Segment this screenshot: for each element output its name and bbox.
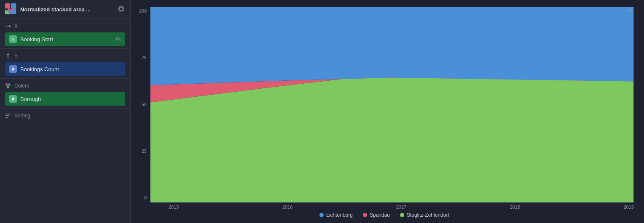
chart-legend: Lichtenberg Spandau Steglitz-Zehlendorf xyxy=(135,210,634,219)
spandau-label: Spandau xyxy=(370,212,390,218)
spandau-dot xyxy=(363,213,367,217)
hash-icon: # xyxy=(9,65,17,73)
svg-point-11 xyxy=(8,83,11,86)
x-tick-2015: 2015 xyxy=(169,204,179,210)
sidebar-header: Normalized stacked area ... xyxy=(0,0,130,19)
lichtenberg-label: Lichtenberg xyxy=(326,212,353,218)
y-tick-50: 50 xyxy=(142,102,147,107)
x-tick-2017: 2017 xyxy=(396,204,406,210)
y-tick-75: 75 xyxy=(142,55,147,60)
svg-marker-9 xyxy=(7,53,9,55)
sidebar-title: Normalized stacked area ... xyxy=(20,6,114,13)
y-tick-0: 0 xyxy=(144,195,147,200)
sorting-section: Sorting xyxy=(0,109,130,125)
colors-field-pill[interactable]: A Borough xyxy=(5,92,125,106)
letter-a-icon: A xyxy=(9,95,17,103)
chart-type-icon xyxy=(5,3,17,15)
lichtenberg-dot xyxy=(319,213,324,217)
legend-item-spandau: Spandau xyxy=(363,212,390,218)
colors-section: Colors A Borough xyxy=(0,79,130,109)
y-tick-100: 100 xyxy=(139,8,147,13)
chart-container: 100 75 50 25 0 xyxy=(135,7,634,210)
svg-point-10 xyxy=(5,83,8,86)
x-axis: 2015 2016 2017 2018 2019 xyxy=(169,203,634,210)
y-axis-icon xyxy=(5,53,11,59)
sorting-icon xyxy=(5,113,11,119)
x-tick-2019: 2019 xyxy=(624,204,634,210)
y-section-label: Y xyxy=(14,53,18,59)
svg-marker-7 xyxy=(9,25,11,27)
gear-icon[interactable] xyxy=(118,5,125,13)
calendar-icon: ⊞ xyxy=(9,35,17,43)
colors-section-label: Colors xyxy=(14,83,29,89)
legend-item-steglitz: Steglitz-Zehlendorf xyxy=(400,212,449,218)
y-tick-25: 25 xyxy=(142,149,147,154)
colors-icon xyxy=(5,83,11,89)
svg-rect-3 xyxy=(5,3,10,8)
sorting-section-label: Sorting xyxy=(14,113,30,119)
steglitz-dot xyxy=(400,213,404,217)
svg-point-12 xyxy=(7,86,9,88)
svg-marker-23 xyxy=(150,7,633,85)
colors-field-name: Borough xyxy=(20,96,121,102)
y-field-pill[interactable]: # Bookings Count xyxy=(5,62,125,76)
x-section: X ⊞ Booking Start Fx xyxy=(0,19,130,49)
corner-dot xyxy=(629,9,632,11)
chart-plot xyxy=(150,7,634,203)
svg-rect-4 xyxy=(11,3,16,8)
x-tick-2016: 2016 xyxy=(282,204,292,210)
x-field-name: Booking Start xyxy=(20,36,113,42)
colors-label: Colors xyxy=(5,83,125,89)
x-section-label: X xyxy=(14,23,18,29)
x-tick-2018: 2018 xyxy=(510,204,520,210)
y-field-name: Bookings Count xyxy=(20,66,121,72)
x-label: X xyxy=(5,23,125,29)
chart-area: 100 75 50 25 0 xyxy=(131,0,644,223)
x-axis-icon xyxy=(5,23,11,29)
sidebar: Normalized stacked area ... X ⊞ Booking … xyxy=(0,0,131,223)
chart-svg xyxy=(150,7,633,202)
legend-item-lichtenberg: Lichtenberg xyxy=(319,212,353,218)
fx-badge: Fx xyxy=(116,37,121,42)
x-field-pill[interactable]: ⊞ Booking Start Fx xyxy=(5,32,125,46)
y-section: Y # Bookings Count xyxy=(0,49,130,79)
steglitz-label: Steglitz-Zehlendorf xyxy=(407,212,449,218)
sorting-label: Sorting xyxy=(5,113,125,119)
y-label: Y xyxy=(5,53,125,59)
y-axis: 100 75 50 25 0 xyxy=(135,7,150,210)
